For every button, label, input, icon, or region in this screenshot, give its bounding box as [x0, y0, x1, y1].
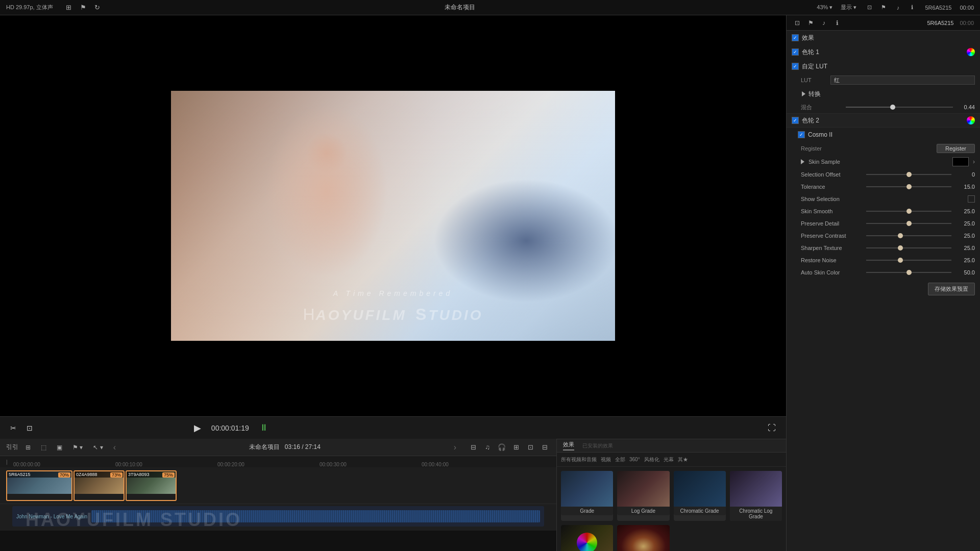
tool-icon-3[interactable]: ↻: [92, 2, 103, 13]
tab-all[interactable]: 全部: [615, 456, 625, 463]
tab-video[interactable]: 视频: [601, 456, 611, 463]
effects-row: 效果: [787, 31, 980, 45]
video-clip-3[interactable]: 3T9A8093 75%: [126, 470, 177, 501]
tl-icon-3[interactable]: 🎧: [496, 442, 507, 453]
effects-bottom-panel: 效果 已安装的效果 所有视频和音频 视频 全部 360° 风格化 光幕 其★: [556, 439, 786, 551]
pause-button[interactable]: ⏸: [257, 420, 271, 435]
skin-sample-collapse[interactable]: [801, 159, 804, 164]
panel-info-icon[interactable]: ℹ: [832, 18, 842, 28]
tl-icon-4[interactable]: ⊞: [510, 442, 522, 453]
toolbar-icons: ⊞ ⚑ ↻: [63, 2, 103, 13]
panel-audio-icon[interactable]: ♪: [819, 18, 828, 28]
preserve-contrast-slider[interactable]: [866, 235, 951, 236]
tools-button[interactable]: ✂: [8, 422, 18, 434]
video-bg: A Time Remembered Haoyufilm Studio: [171, 91, 615, 341]
skin-swatch[interactable]: [952, 157, 969, 166]
audio-icon[interactable]: ♪: [893, 3, 902, 12]
selection-offset-value: 0: [955, 171, 975, 178]
lut-input[interactable]: 红: [830, 76, 975, 85]
tl-icon-6[interactable]: ⊟: [539, 442, 550, 453]
bride-overlay: [171, 91, 615, 341]
color2-checkbox[interactable]: [792, 117, 799, 124]
effect-card-chromatic-grade[interactable]: Chromatic Grade: [674, 471, 726, 521]
restore-noise-row: Restore Noise 25.0: [787, 254, 980, 266]
tl-tool-2[interactable]: ⬚: [38, 442, 50, 453]
restore-noise-slider[interactable]: [866, 260, 951, 261]
preserve-detail-label: Preserve Detail: [801, 220, 862, 227]
preserve-detail-row: Preserve Detail 25.0: [787, 217, 980, 230]
tl-select-tool[interactable]: ↖ ▾: [90, 442, 106, 453]
custom-lut-checkbox[interactable]: [792, 63, 799, 70]
color-wheel-icon-1[interactable]: [967, 48, 975, 56]
video-clip-2[interactable]: 0Z4A9888 73%: [74, 470, 125, 501]
tl-next-btn[interactable]: ›: [451, 443, 459, 452]
register-button[interactable]: Register: [937, 144, 975, 153]
tl-prev-btn[interactable]: ‹: [110, 443, 119, 452]
timeline-title: 未命名项目 03:16 / 27:14: [123, 443, 447, 452]
video-track-row: 5R6A5215 70% 0Z4A9888 73%: [0, 467, 556, 504]
show-selection-label: Show Selection: [801, 196, 862, 202]
track-clips: 5R6A5215 70% 0Z4A9888 73%: [0, 468, 183, 503]
preserve-detail-slider[interactable]: [866, 223, 951, 224]
fullscreen-button[interactable]: ⛶: [766, 421, 778, 435]
tl-icon-2[interactable]: ♫: [482, 442, 493, 453]
mix-slider[interactable]: [846, 107, 953, 108]
tab-360[interactable]: 360°: [629, 457, 640, 462]
tab-stylize[interactable]: 风格化: [644, 456, 659, 463]
show-selection-row: Show Selection: [787, 193, 980, 205]
show-selection-checkbox[interactable]: [968, 195, 975, 203]
right-panel: ⊡ ⚑ ♪ ℹ 5R6A5215 00:00 效果 色轮 1 自定 LUT LU…: [786, 15, 980, 551]
panel-flag-icon[interactable]: ⚑: [806, 18, 815, 28]
effect-card-colorista[interactable]: Colorista IV: [561, 525, 613, 551]
tab-effects[interactable]: 效果: [563, 441, 574, 450]
effect-card-log-grade[interactable]: Log Grade: [617, 471, 669, 521]
timeline-toolbar: 引引 ⊞ ⬚ ▣ ⚑ ▾ ↖ ▾ ‹ 未命名项目 03:16 / 27:14 ›…: [0, 439, 556, 456]
auto-skin-slider[interactable]: [866, 272, 951, 273]
effect-card-chromatic-log[interactable]: Chromatic Log Grade: [730, 471, 782, 521]
selection-offset-row: Selection Offset 0: [787, 168, 980, 181]
chromatic-grade-label: Chromatic Grade: [674, 507, 726, 515]
clip-pct-2: 73%: [110, 472, 122, 478]
color1-row: 色轮 1: [787, 45, 980, 59]
effects-checkbox[interactable]: [792, 34, 799, 41]
tolerance-slider[interactable]: [866, 186, 951, 187]
tl-icon-1[interactable]: ⊟: [468, 442, 479, 453]
effect-card-cosmo-ii[interactable]: Cosmo II: [617, 525, 669, 551]
transition-collapse-icon[interactable]: [802, 91, 805, 96]
skin-smooth-slider[interactable]: [866, 211, 951, 212]
effect-card-grade[interactable]: Grade: [561, 471, 613, 521]
tab-light[interactable]: 光幕: [664, 456, 674, 463]
video-clip-1[interactable]: 5R6A5215 70%: [6, 470, 72, 501]
info-icon[interactable]: ℹ: [908, 3, 917, 12]
selection-offset-slider[interactable]: [866, 174, 951, 175]
restore-noise-value: 25.0: [955, 257, 975, 263]
tolerance-value: 15.0: [955, 184, 975, 190]
sharpen-texture-slider[interactable]: [866, 247, 951, 248]
panel-scope-icon[interactable]: ⊡: [793, 18, 802, 28]
play-button[interactable]: ▶: [192, 420, 203, 436]
audio-label: John Newman - Love Me Again: [16, 514, 87, 519]
color1-checkbox[interactable]: [792, 48, 799, 56]
skin-arrow-icon[interactable]: ›: [973, 158, 975, 165]
cosmo-checkbox[interactable]: [798, 131, 805, 138]
flag-icon[interactable]: ⚑: [879, 3, 888, 12]
tl-tool-1[interactable]: ⊞: [22, 442, 34, 453]
clip-pct-1: 70%: [58, 472, 70, 478]
tool-icon-1[interactable]: ⊞: [63, 2, 75, 13]
tolerance-row: Tolerance 15.0: [787, 181, 980, 193]
tab-star[interactable]: 其★: [678, 456, 688, 463]
crop-button[interactable]: ⊡: [24, 422, 35, 434]
tl-tool-4[interactable]: ⚑ ▾: [69, 442, 86, 453]
sharpen-texture-row: Sharpen Texture 25.0: [787, 242, 980, 254]
tool-icon-2[interactable]: ⚑: [78, 2, 89, 13]
cosmo-header: Cosmo II: [787, 128, 980, 142]
color-wheel-icon-2[interactable]: [967, 116, 975, 124]
display-btn[interactable]: 显示 ▾: [841, 4, 856, 11]
tab-all-video[interactable]: 所有视频和音频: [561, 456, 597, 463]
save-preset-button[interactable]: 存储效果预置: [928, 283, 975, 295]
scope-icon[interactable]: ⊡: [865, 3, 874, 12]
tl-tool-3[interactable]: ▣: [54, 442, 65, 453]
top-bar: HD 29.97p, 立体声 ⊞ ⚑ ↻ 未命名项目 43% ▾ 显示 ▾ ⊡ …: [0, 0, 980, 15]
zoom-level[interactable]: 43% ▾: [817, 4, 832, 11]
tl-icon-5[interactable]: ⊡: [525, 442, 536, 453]
